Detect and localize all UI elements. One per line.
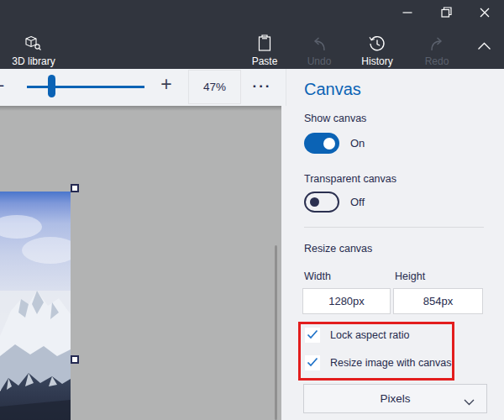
close-button[interactable] bbox=[465, 0, 504, 27]
history-label: History bbox=[361, 55, 392, 67]
undo-label: Undo bbox=[307, 55, 332, 67]
history-button[interactable]: History bbox=[353, 29, 402, 67]
resize-image-with-canvas-row[interactable]: Resize image with canvas bbox=[305, 355, 452, 370]
zoom-out-button[interactable]: − bbox=[0, 76, 4, 96]
checkmark-icon bbox=[307, 355, 318, 370]
chevron-up-icon bbox=[477, 39, 491, 54]
undo-icon bbox=[311, 37, 328, 52]
minimize-icon bbox=[402, 6, 412, 21]
drawing-workspace[interactable] bbox=[0, 106, 281, 420]
resize-image-with-canvas-checkbox[interactable] bbox=[305, 355, 320, 370]
transparent-canvas-state: Off bbox=[350, 196, 365, 208]
toggle-knob bbox=[323, 138, 335, 150]
zoom-in-button[interactable]: + bbox=[156, 73, 176, 96]
zoom-slider-thumb[interactable] bbox=[48, 75, 55, 97]
history-icon bbox=[369, 35, 386, 52]
canvas-image[interactable] bbox=[0, 192, 71, 420]
show-canvas-toggle[interactable] bbox=[304, 133, 339, 154]
transparent-canvas-label: Transparent canvas bbox=[304, 173, 396, 185]
app-chrome: 3D library Paste Undo History bbox=[0, 0, 504, 69]
zoom-toolbar: − + 47% ··· bbox=[0, 69, 286, 106]
restore-button[interactable] bbox=[427, 0, 465, 27]
resize-image-with-canvas-label: Resize image with canvas bbox=[330, 357, 452, 369]
canvas-settings-panel: Canvas Show canvas On Transparent canvas… bbox=[286, 69, 504, 420]
show-canvas-state: On bbox=[350, 137, 365, 150]
lock-aspect-ratio-checkbox[interactable] bbox=[305, 328, 320, 343]
zoom-level-value[interactable]: 47% bbox=[188, 70, 241, 104]
redo-label: Redo bbox=[425, 55, 449, 67]
section-divider bbox=[304, 227, 484, 228]
height-label: Height bbox=[395, 270, 425, 282]
width-input[interactable] bbox=[302, 288, 391, 314]
paste-label: Paste bbox=[252, 55, 278, 67]
checkmark-icon bbox=[307, 328, 318, 343]
minimize-button[interactable] bbox=[388, 0, 427, 27]
3d-cube-search-icon bbox=[24, 35, 43, 52]
lock-aspect-ratio-row[interactable]: Lock aspect ratio bbox=[305, 328, 410, 343]
toggle-knob bbox=[310, 197, 319, 207]
lock-aspect-ratio-label: Lock aspect ratio bbox=[330, 329, 410, 341]
restore-icon bbox=[441, 6, 452, 21]
resize-canvas-label: Resize canvas bbox=[304, 243, 372, 255]
paste-button[interactable]: Paste bbox=[243, 29, 286, 67]
unit-dropdown-value: Pixels bbox=[380, 392, 410, 405]
close-icon bbox=[480, 6, 490, 21]
zoom-more-button[interactable]: ··· bbox=[247, 69, 277, 104]
redo-icon bbox=[428, 37, 445, 52]
unit-dropdown[interactable]: Pixels bbox=[303, 384, 487, 413]
panel-title: Canvas bbox=[304, 80, 361, 99]
3d-library-label: 3D library bbox=[12, 55, 55, 67]
collapse-ribbon-button[interactable] bbox=[469, 34, 499, 59]
zoom-slider-track[interactable] bbox=[27, 86, 144, 88]
window-controls bbox=[388, 0, 504, 27]
show-canvas-label: Show canvas bbox=[304, 113, 366, 124]
3d-library-button[interactable]: 3D library bbox=[7, 29, 60, 67]
undo-button: Undo bbox=[298, 29, 340, 67]
chevron-down-icon bbox=[464, 396, 475, 408]
canvas-vertical-scrollbar[interactable] bbox=[275, 245, 277, 420]
width-label: Width bbox=[304, 270, 331, 282]
redo-button: Redo bbox=[416, 29, 458, 67]
selection-handle-top-right[interactable] bbox=[71, 184, 79, 192]
height-input[interactable] bbox=[393, 288, 483, 314]
paste-icon bbox=[257, 34, 272, 52]
selection-handle-middle-right[interactable] bbox=[71, 355, 79, 364]
transparent-canvas-toggle[interactable] bbox=[304, 192, 339, 213]
